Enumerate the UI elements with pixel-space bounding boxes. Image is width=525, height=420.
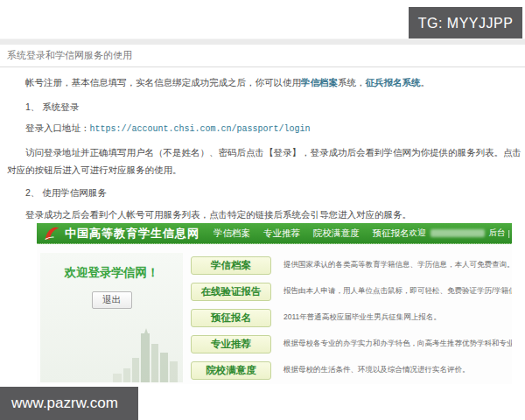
service-button-major-recommendation[interactable]: 专业推荐 [191, 335, 271, 354]
nav-item-school-satisfaction[interactable]: 院校满意度 [313, 228, 360, 240]
article-body: 帐号注册，基本信息填写，实名信息绑定成功完成之后，你可以使用学信档案系统，征兵报… [7, 74, 522, 223]
service-desc: 根据母校各专业的办学实力和办学特色，向高考生推荐优势学科和专业。 [284, 339, 512, 349]
service-desc: 根据母校的生活条件、环境以及综合情况进行实名评价。 [284, 365, 470, 375]
service-row: 预征报名 2011年普通高校应届毕业生男兵征集网上报名。 [191, 308, 512, 327]
pazrw-watermark: www.pazrw.com [0, 387, 138, 420]
chsi-header: 中国高等教育学生信息网 学信档案 专业推荐 院校满意度 预征报名 欢迎 后台 |… [37, 223, 512, 244]
chsi-logo-icon [43, 226, 60, 242]
link-xuexin-archive[interactable]: 学信档案 [301, 77, 338, 88]
service-desc: 提供国家承认的各类高等教育学籍信息、学历信息，本人可免费查询。 [284, 260, 512, 270]
chsi-header-user-area: 欢迎 后台 | 帐号 | 帮助 | 退出 [410, 228, 513, 239]
separator: | [508, 228, 510, 238]
nav-item-xuexin-archive[interactable]: 学信档案 [214, 228, 250, 240]
service-row: 专业推荐 根据母校各专业的办学实力和办学特色，向高考生推荐优势学科和专业。 [191, 334, 512, 354]
service-desc: 2011年普通高校应届毕业生男兵征集网上报名。 [284, 312, 441, 323]
section2-heading: 2、 使用学信网服务 [7, 184, 522, 201]
login-instructions-paragraph: 访问登录地址并正确填写用户名（不是姓名）、密码后点击【登录】，登录成功后会看到学… [7, 144, 522, 178]
login-entry-label: 登录入口地址： [25, 122, 90, 133]
service-desc: 报告由本人申请，用人单位点击鼠标，即可轻松、免费验证学历/学籍信息。 [284, 286, 512, 297]
login-url-link[interactable]: https://account.chsi.com.cn/passport/log… [90, 124, 311, 134]
service-button-online-verification[interactable]: 在线验证报告 [191, 283, 271, 301]
service-row: 学信档案 提供国家承认的各类高等教育学籍信息、学历信息，本人可免费查询。 [191, 256, 512, 275]
section1-heading: 1、 系统登录 [7, 98, 522, 116]
welcome-panel: 欢迎登录学信网！ 退出 [40, 253, 183, 382]
nav-item-pre-conscription[interactable]: 预征报名 [373, 228, 410, 240]
tg-watermark: TG: MYYJJPP [409, 7, 522, 39]
intro-paragraph: 帐号注册，基本信息填写，实名信息绑定成功完成之后，你可以使用学信档案系统，征兵报… [7, 74, 522, 91]
services-intro-paragraph: 登录成功之后会看到个人帐号可用服务列表，点击特定的链接后系统会引导您进入对应的服… [7, 206, 522, 223]
welcome-label: 欢迎 [410, 228, 426, 239]
chsi-screenshot: 中国高等教育学生信息网 学信档案 专业推荐 院校满意度 预征报名 欢迎 后台 |… [37, 223, 512, 384]
login-entry-line: 登录入口地址：https://account.chsi.com.cn/passp… [7, 119, 522, 138]
welcome-title: 欢迎登录学信网！ [40, 265, 183, 281]
header-link-backend[interactable]: 后台 [489, 228, 506, 239]
chsi-site-name: 中国高等教育学生信息网 [65, 226, 200, 242]
city-skyline-image [106, 328, 181, 382]
service-row: 在线验证报告 报告由本人申请，用人单位点击鼠标，即可轻松、免费验证学历/学籍信息… [191, 282, 512, 301]
logout-button[interactable]: 退出 [92, 291, 132, 309]
intro-post: 。 [421, 77, 430, 88]
service-button-pre-conscription[interactable]: 预征报名 [191, 309, 271, 327]
chsi-nav: 学信档案 专业推荐 院校满意度 预征报名 [214, 228, 410, 240]
service-row: 院校满意度 根据母校的生活条件、环境以及综合情况进行实名评价。 [191, 360, 512, 380]
nav-item-major-recommendation[interactable]: 专业推荐 [263, 228, 300, 240]
services-list: 学信档案 提供国家承认的各类高等教育学籍信息、学历信息，本人可免费查询。 在线验… [191, 256, 512, 384]
page-title: 系统登录和学信网服务的使用 [7, 49, 132, 62]
service-button-school-satisfaction[interactable]: 院校满意度 [191, 361, 271, 380]
service-button-xuexin-archive[interactable]: 学信档案 [191, 256, 271, 275]
intro-text: 帐号注册，基本信息填写，实名信息绑定成功完成之后，你可以使用 [25, 77, 301, 88]
link-conscription-signup[interactable]: 征兵报名系统 [366, 77, 421, 88]
intro-mid: 系统， [338, 77, 366, 88]
username-redacted [430, 229, 485, 237]
title-divider [0, 66, 525, 67]
page-top-band [0, 38, 525, 45]
